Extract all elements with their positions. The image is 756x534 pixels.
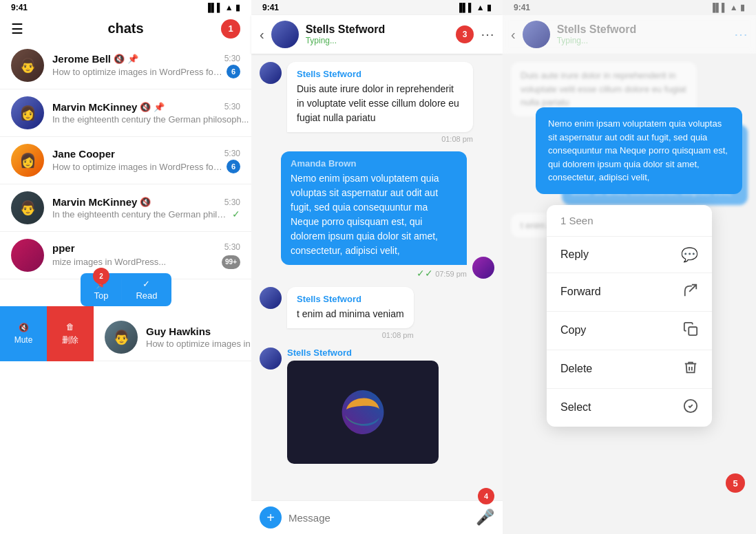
chat-name: Jerome Bell 🔇 📌 bbox=[52, 53, 138, 65]
context-menu-panel: 9:41 ▐▌▌ ▲ ▮ ‹ Stells Stefword Typing...… bbox=[503, 0, 756, 534]
chat-preview: In the eighteenth century the German phi… bbox=[52, 209, 229, 220]
chat-preview: How to optimize images in W bbox=[146, 339, 251, 349]
chat-item-partial[interactable]: pper 5:30 mize images in WordPress... 99… bbox=[0, 232, 251, 279]
left-signal-icons: ▐▌▌ ▲ ▮ bbox=[205, 3, 240, 12]
check-icon: ✓✓ bbox=[417, 268, 433, 279]
chat-item[interactable]: 👩 Jane Cooper 5:30 How to optimize image… bbox=[0, 137, 251, 184]
sender-avatar bbox=[260, 348, 282, 370]
mute-icon: 🔇 📌 bbox=[140, 102, 165, 112]
top-read-overlay: 2 📌 Top ✓ Read bbox=[80, 273, 171, 306]
copy-menu-item[interactable]: Copy bbox=[547, 312, 712, 350]
check-icon: ✓ bbox=[143, 279, 150, 289]
chat-item[interactable]: 👩 Marvin McKinney 🔇 📌 5:30 In the eighte… bbox=[0, 89, 251, 137]
conversation-header: ‹ Stells Stefword Typing... 3 ⋯ bbox=[251, 15, 503, 54]
selected-message-preview: Nemo enim ipsam voluptatem quia voluptas… bbox=[536, 107, 742, 194]
partial-name: pper bbox=[52, 242, 75, 254]
seen-count: 1 Seen bbox=[547, 205, 712, 237]
read-button[interactable]: ✓ Read bbox=[122, 273, 171, 306]
chat-time: 5:30 bbox=[224, 149, 240, 158]
middle-time: 9:41 bbox=[262, 3, 279, 12]
add-attachment-button[interactable]: + bbox=[260, 506, 282, 528]
avatar: 👨 bbox=[11, 49, 44, 82]
unread-badge: 6 bbox=[227, 65, 240, 78]
chat-name: Marvin McKinney 🔇 bbox=[52, 196, 151, 208]
message-text: Nemo enim ipsam voluptatem quia voluptas… bbox=[291, 171, 457, 258]
back-button[interactable]: ‹ bbox=[260, 27, 264, 43]
top-button[interactable]: 2 📌 Top bbox=[80, 273, 122, 306]
chat-time: 5:30 bbox=[224, 197, 240, 207]
avatar: 👩 bbox=[11, 96, 44, 129]
copy-label: Copy bbox=[560, 324, 586, 337]
message-time: 01:08 pm bbox=[287, 331, 414, 339]
reply-menu-item[interactable]: Reply 💬 bbox=[547, 237, 712, 273]
context-menu: 1 Seen Reply 💬 Forward Copy bbox=[547, 205, 712, 427]
mute-action[interactable]: 🔇 Mute bbox=[0, 306, 47, 361]
chat-time: 5:30 bbox=[224, 102, 240, 111]
sender-name: Amanda Brown bbox=[291, 158, 457, 169]
chat-preview: How to optimize images in WordPress for.… bbox=[52, 67, 222, 77]
avatar bbox=[11, 239, 44, 272]
contact-avatar bbox=[271, 21, 299, 48]
delete-label: Delete bbox=[560, 363, 592, 375]
message-time: ✓✓ 07:59 pm bbox=[281, 268, 467, 279]
sender-avatar bbox=[472, 257, 494, 279]
mute-icon: 🔇 bbox=[19, 323, 29, 332]
unread-badge: 6 bbox=[227, 160, 240, 173]
message-bubble[interactable]: Stells Stefword t enim ad minima veniam bbox=[287, 287, 414, 328]
sender-name: Stells Stefword bbox=[297, 69, 463, 79]
partial-badge: 99+ bbox=[222, 255, 240, 269]
chat-list-panel: 9:41 ▐▌▌ ▲ ▮ ☰ chats 1 👨 Jerome Bell 🔇 📌… bbox=[0, 0, 251, 534]
avatar: 👩 bbox=[11, 144, 44, 177]
avatar: 👨 bbox=[105, 321, 138, 354]
menu-icon[interactable]: ☰ bbox=[11, 21, 23, 37]
chat-item[interactable]: 👨 Jerome Bell 🔇 📌 5:30 How to optimize i… bbox=[0, 42, 251, 89]
messages-area: Stells Stefword Duis aute irure dolor in… bbox=[251, 54, 503, 500]
forward-label: Forward bbox=[560, 286, 601, 298]
swipe-actions: 🔇 Mute 🗑 删除 bbox=[0, 306, 94, 361]
contact-name: Stells Stefword bbox=[306, 23, 449, 36]
message-text: t enim ad minima veniam bbox=[297, 307, 404, 321]
avatar: 👨 bbox=[11, 191, 44, 224]
message-incoming-image: Stells Stefword bbox=[260, 348, 494, 464]
reply-icon: 💬 bbox=[681, 246, 698, 263]
chat-item-hawkins[interactable]: 👨 Guy Hawkins How to optimize images in … bbox=[94, 314, 251, 361]
message-incoming: Stells Stefword Duis aute irure dolor in… bbox=[260, 62, 494, 143]
sender-avatar bbox=[260, 287, 282, 309]
badge-1: 1 bbox=[221, 19, 240, 39]
more-options-button[interactable]: ⋯ bbox=[481, 26, 494, 43]
voice-button[interactable]: 🎤 bbox=[476, 509, 494, 526]
chats-header: ☰ chats 1 bbox=[0, 15, 251, 42]
forward-icon bbox=[683, 283, 698, 301]
typing-status: Typing... bbox=[306, 36, 449, 45]
message-bubble[interactable]: Amanda Brown Nemo enim ipsam voluptatem … bbox=[281, 151, 467, 265]
delete-menu-item[interactable]: Delete bbox=[547, 350, 712, 389]
mute-pin-icons: 🔇 📌 bbox=[114, 54, 138, 64]
edge-logo bbox=[335, 385, 390, 440]
chat-item-hawkins-wrapper: 🔇 Mute 🗑 删除 👨 Guy Hawkins How to optimiz… bbox=[0, 314, 251, 361]
message-input[interactable] bbox=[288, 512, 469, 524]
forward-menu-item[interactable]: Forward bbox=[547, 273, 712, 312]
select-label: Select bbox=[560, 401, 591, 414]
badge-4: 4 bbox=[478, 488, 494, 504]
message-bubble[interactable]: Stells Stefword Duis aute irure dolor in… bbox=[287, 62, 473, 132]
trash-icon bbox=[683, 360, 698, 378]
copy-icon bbox=[683, 321, 698, 340]
image-message[interactable] bbox=[287, 361, 439, 464]
chat-preview: How to optimize images in WordPress for.… bbox=[52, 162, 222, 172]
select-menu-item[interactable]: Select bbox=[547, 389, 712, 427]
sender-name: Stells Stefword bbox=[287, 348, 439, 358]
svg-rect-0 bbox=[689, 327, 697, 335]
chat-time: 5:30 bbox=[224, 54, 240, 63]
left-time: 9:41 bbox=[11, 3, 28, 12]
chat-name: Guy Hawkins bbox=[146, 325, 211, 337]
chat-name: Jane Cooper bbox=[52, 148, 115, 160]
reply-label: Reply bbox=[560, 248, 589, 261]
partial-preview: mize images in WordPress... bbox=[52, 257, 166, 267]
message-text: Duis aute irure dolor in reprehenderit i… bbox=[297, 82, 463, 125]
chat-item[interactable]: 👨 Marvin McKinney 🔇 5:30 In the eighteen… bbox=[0, 184, 251, 232]
message-incoming: Stells Stefword t enim ad minima veniam … bbox=[260, 287, 494, 339]
message-time: 01:08 pm bbox=[287, 135, 473, 143]
top-read-badge: 2 bbox=[93, 268, 109, 284]
delete-action[interactable]: 🗑 删除 bbox=[47, 306, 94, 361]
left-status-bar: 9:41 ▐▌▌ ▲ ▮ bbox=[0, 0, 251, 15]
